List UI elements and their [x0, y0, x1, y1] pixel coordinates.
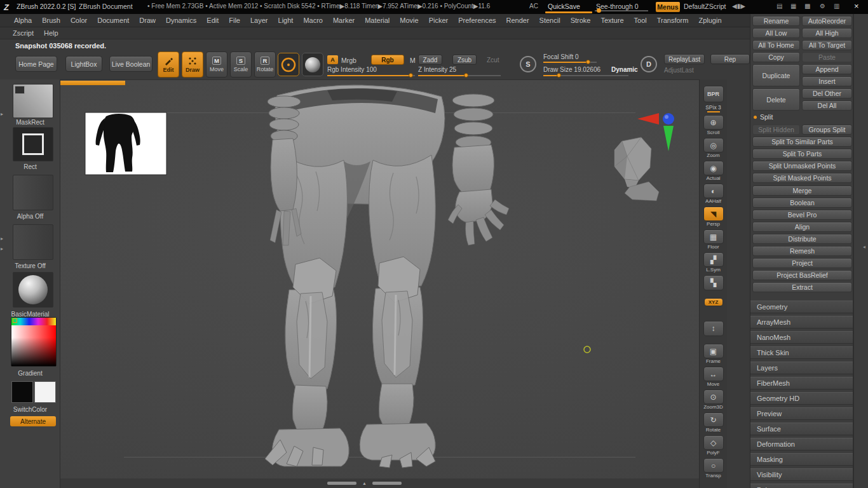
subpalette-header-preview[interactable]: Preview	[750, 407, 853, 420]
menu-item-brush[interactable]: Brush	[37, 17, 65, 24]
split-to-parts-button[interactable]: Split To Parts	[752, 149, 852, 159]
rgb-intensity-track[interactable]	[327, 75, 415, 76]
split-unmasked-points-button[interactable]: Split Unmasked Points	[752, 161, 852, 171]
right-shelf-item-move[interactable]: ↔ Move	[703, 367, 724, 387]
alpha-picker[interactable]	[13, 175, 53, 210]
align-button[interactable]: Align	[752, 222, 852, 232]
subpalette-header-surface[interactable]: Surface	[750, 423, 853, 435]
edit-button[interactable]: Edit	[158, 51, 179, 78]
menu-item-movie[interactable]: Movie	[395, 17, 423, 24]
right-shelf-item-rotate[interactable]: ↻ Rotate	[703, 412, 724, 433]
right-shelf-item-actual[interactable]: ◉ Actual	[703, 161, 724, 181]
menus-button[interactable]: Menus	[656, 2, 680, 12]
duplicate-button[interactable]: Duplicate	[752, 64, 800, 86]
canvas-scroll-arrow-icon[interactable]: ▲	[362, 482, 367, 485]
right-shelf-item-frame[interactable]: ▣ Frame	[703, 344, 724, 364]
m-button[interactable]: M	[410, 57, 416, 64]
subpalette-header-fibermesh[interactable]: FiberMesh	[750, 377, 853, 390]
see-through-slider[interactable]: See-through 0	[596, 3, 639, 10]
menu-item-help[interactable]: Help	[39, 29, 64, 37]
focal-shift-slider[interactable]: Focal Shift 0	[543, 53, 579, 60]
groups-split-button[interactable]: Groups Split	[802, 125, 852, 135]
zsub-button[interactable]: Zsub	[452, 55, 477, 65]
brush-preview[interactable]	[278, 53, 299, 76]
split-hidden-button[interactable]: Split Hidden	[752, 125, 800, 135]
sculpt-model[interactable]	[265, 85, 509, 468]
quicksave-button[interactable]: QuickSave	[548, 3, 580, 10]
subpalette-header-geometry[interactable]: Geometry	[750, 301, 853, 313]
adjust-last-button[interactable]: AdjustLast	[664, 67, 694, 74]
right-shelf-item-axis[interactable]: ↕	[703, 321, 724, 341]
project-button[interactable]: Project	[752, 258, 852, 268]
menu-item-material[interactable]: Material	[360, 17, 395, 24]
panel-layout-icon[interactable]: ▤	[776, 3, 782, 10]
all-high-button[interactable]: All High	[802, 28, 852, 38]
right-shelf-item-xyz[interactable]: XYZ	[704, 298, 723, 318]
menu-item-texture[interactable]: Texture	[595, 17, 628, 24]
alternate-button[interactable]: Alternate	[10, 416, 56, 426]
close-button[interactable]: ×	[854, 1, 859, 11]
subpalette-header-thick-skin[interactable]: Thick Skin	[750, 346, 853, 359]
menu-item-marker[interactable]: Marker	[328, 17, 360, 24]
lightbox-button[interactable]: LightBox	[65, 56, 102, 72]
subpalette-header-geometry-hd[interactable]: Geometry HD	[750, 392, 853, 405]
default-zscript-button[interactable]: DefaultZScript	[684, 3, 726, 10]
subpalette-header-arraymesh[interactable]: ArrayMesh	[750, 316, 853, 329]
split-masked-points-button[interactable]: Split Masked Points	[752, 173, 852, 183]
color-picker[interactable]	[11, 317, 57, 367]
bpr-button[interactable]: BPR	[703, 82, 724, 102]
subpalette-header-deformation[interactable]: Deformation	[750, 438, 853, 451]
all-to-home-button[interactable]: All To Home	[752, 40, 800, 50]
columns-layout-icon[interactable]: ▥	[834, 3, 839, 10]
menu-item-render[interactable]: Render	[501, 17, 534, 24]
autoreorder-button[interactable]: AutoReorder	[802, 16, 852, 26]
menu-item-transform[interactable]: Transform	[652, 17, 694, 24]
all-to-target-button[interactable]: All To Target	[802, 40, 852, 50]
canvas-hscroll-left[interactable]	[327, 482, 356, 485]
subpalette-header-visibility[interactable]: Visibility	[750, 468, 853, 481]
sculptris-pro-button[interactable]: S	[520, 56, 536, 72]
menu-item-preferences[interactable]: Preferences	[453, 17, 501, 24]
tray-divider-arrow[interactable]: ▸	[1, 111, 3, 117]
menu-item-stencil[interactable]: Stencil	[534, 17, 566, 24]
panel-divider-arrow[interactable]: ◂	[863, 244, 865, 250]
split-layout-icon[interactable]: ▩	[804, 3, 810, 10]
replay-last-button[interactable]: ReplayLast	[664, 54, 705, 64]
scrub-controls-icon[interactable]: ◀▮▶	[732, 3, 745, 10]
right-shelf-item-persp[interactable]: ◥ Persp	[703, 207, 724, 227]
see-through-knob[interactable]	[597, 8, 601, 13]
merge-button[interactable]: Merge	[752, 186, 852, 196]
gizmo-x-arrow[interactable]	[637, 113, 659, 125]
main-color-swatch[interactable]	[11, 381, 33, 403]
del-other-button[interactable]: Del Other	[802, 88, 852, 98]
spix-slider[interactable]: SPix 3	[705, 104, 721, 112]
hue-strip[interactable]	[11, 318, 56, 325]
rename-button[interactable]: Rename	[752, 16, 800, 26]
extract-button[interactable]: Extract	[752, 282, 852, 292]
zcut-button[interactable]: Zcut	[487, 57, 499, 64]
tray-divider-arrow[interactable]: ▸	[1, 236, 3, 241]
menu-item-alpha[interactable]: Alpha	[9, 17, 37, 24]
scale-button[interactable]: S Scale	[230, 51, 252, 78]
dynamic-toggle[interactable]: Dynamic	[611, 66, 638, 73]
settings-gear-icon[interactable]: ⚙	[820, 3, 825, 10]
menu-item-picker[interactable]: Picker	[424, 17, 454, 24]
right-shelf-item-zoom3d[interactable]: ⊙ Zoom3D	[703, 390, 724, 410]
menu-item-document[interactable]: Document	[92, 17, 134, 24]
menu-item-edit[interactable]: Edit	[201, 17, 224, 24]
menu-item-draw[interactable]: Draw	[134, 17, 161, 24]
sculpt-viewport[interactable]	[60, 79, 699, 478]
right-shelf-item-scroll[interactable]: ⊕ Scroll	[703, 115, 724, 135]
menu-item-layer[interactable]: Layer	[245, 17, 273, 24]
menu-item-tool[interactable]: Tool	[629, 17, 652, 24]
texture-picker[interactable]	[13, 224, 53, 260]
project-basrelief-button[interactable]: Project BasRelief	[752, 270, 852, 280]
live-boolean-button[interactable]: Live Boolean	[109, 56, 153, 72]
secondary-color-swatch[interactable]	[34, 381, 56, 403]
menu-item-dynamics[interactable]: Dynamics	[161, 17, 201, 24]
menu-item-color[interactable]: Color	[65, 17, 92, 24]
sat-val-square[interactable]	[11, 325, 56, 366]
right-shelf-item-zoom[interactable]: ◎ Zoom	[703, 138, 724, 158]
subpalette-header-polygroups[interactable]: Polygroups	[750, 484, 853, 488]
menu-item-file[interactable]: File	[224, 17, 245, 24]
